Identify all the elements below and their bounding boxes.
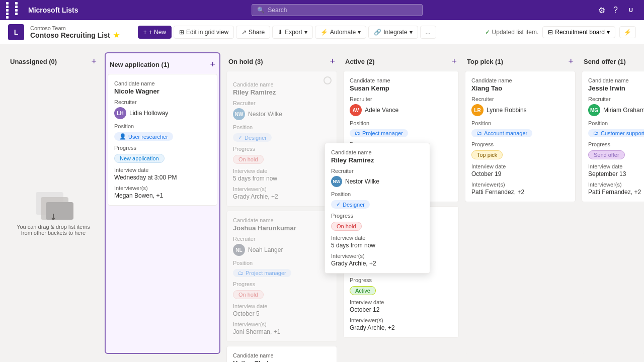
search-icon: 🔍 bbox=[257, 7, 265, 14]
app-logo: L bbox=[8, 24, 24, 40]
add-new-app-button[interactable]: + bbox=[210, 59, 215, 70]
star-icon[interactable]: ★ bbox=[113, 31, 120, 39]
recruiter-row: NL Noah Langer bbox=[233, 244, 331, 256]
top-nav: Microsoft Lists 🔍 Search ⚙ ? U bbox=[0, 0, 644, 20]
integrate-button[interactable]: 🔗 Integrate ▾ bbox=[368, 26, 418, 39]
col-header-top-pick: Top pick (1) + bbox=[465, 52, 576, 71]
recruiter-avatar: AV bbox=[350, 104, 362, 116]
toolbar-right: ✓ Updated list item. ⊟ Recruitment board… bbox=[485, 26, 636, 38]
recruiter-avatar: NL bbox=[233, 244, 245, 256]
recruiter-row: AV Adele Vance bbox=[350, 104, 452, 116]
progress-badge: On hold bbox=[233, 155, 264, 164]
progress-badge: Top pick bbox=[471, 150, 503, 159]
position-badge: 👤 User researcher bbox=[114, 132, 173, 141]
col-header-active: Active (2) + bbox=[343, 52, 459, 71]
add-active-button[interactable]: + bbox=[451, 56, 457, 67]
card-riley-ramirez[interactable]: Candidate name Riley Ramirez Recruiter N… bbox=[226, 71, 337, 207]
more-button[interactable]: ... bbox=[420, 26, 436, 39]
settings-icon[interactable]: ⚙ bbox=[596, 4, 607, 17]
popup-card-riley[interactable]: Candidate name Riley Ramirez Recruiter N… bbox=[325, 143, 430, 274]
add-top-pick-button[interactable]: + bbox=[568, 56, 574, 67]
progress-badge: New application bbox=[114, 154, 165, 163]
position-badge: 🗂 Customer support bbox=[588, 129, 644, 137]
position-icon2: 🗂 bbox=[238, 270, 244, 276]
popup-recruiter-row: NW Nestor Wilke bbox=[331, 176, 424, 187]
automate-chevron: ▾ bbox=[358, 29, 361, 36]
integrate-icon: 🔗 bbox=[374, 29, 381, 36]
edit-grid-button[interactable]: ⊞ Edit in grid view bbox=[174, 26, 234, 39]
board-icon: ⊟ bbox=[548, 29, 553, 36]
column-new-application: New application (1) + Candidate name Nic… bbox=[105, 52, 220, 354]
nav-icons: ⚙ ? U bbox=[596, 3, 638, 17]
card-nicole-wagner[interactable]: Candidate name Nicole Wagner Recruiter L… bbox=[108, 74, 217, 206]
recruiter-row: MG Miriam Graham bbox=[588, 104, 644, 116]
position-badge: ✓ Designer bbox=[233, 133, 272, 142]
drop-illustration bbox=[33, 190, 73, 220]
position-badge: 🗂 Project manager bbox=[233, 269, 291, 277]
card-jessie-irwin[interactable]: Candidate name Jessie Irwin Recruiter MG… bbox=[582, 71, 644, 202]
column-on-hold: On hold (3) + Candidate name Riley Ramir… bbox=[226, 52, 337, 354]
drop-area[interactable]: You can drag & drop list items from othe… bbox=[8, 71, 99, 354]
popup-progress-badge: On hold bbox=[331, 222, 362, 231]
position-badge: 🗂 Account manager bbox=[471, 129, 532, 137]
app-launcher-icon[interactable] bbox=[6, 2, 23, 19]
automate-button[interactable]: ⚡ Automate ▾ bbox=[315, 26, 366, 39]
add-unassigned-button[interactable]: + bbox=[91, 56, 97, 67]
column-top-pick: Top pick (1) + Candidate name Xiang Tao … bbox=[465, 52, 576, 354]
grid-icon: ⊞ bbox=[179, 29, 184, 36]
column-unassigned: Unassigned (0) + You can drag & drop lis… bbox=[8, 52, 99, 354]
recruiter-avatar: NW bbox=[233, 108, 245, 120]
integrate-chevron: ▾ bbox=[410, 29, 413, 36]
check-icon2: ✓ bbox=[238, 134, 243, 141]
col-header-unassigned: Unassigned (0) + bbox=[8, 52, 99, 71]
progress-badge: Send offer bbox=[588, 150, 625, 159]
column-send-offer: Send offer (1) + Candidate name Jessie I… bbox=[582, 52, 644, 354]
svg-rect-2 bbox=[46, 202, 73, 220]
search-bar[interactable]: 🔍 Search bbox=[252, 4, 423, 16]
team-name: Contoso Team bbox=[30, 25, 120, 31]
user-avatar[interactable]: U bbox=[624, 3, 638, 17]
recruiter-avatar: LR bbox=[471, 104, 484, 116]
position-icon: 👤 bbox=[119, 133, 126, 140]
position-badge: 🗂 Project manager bbox=[350, 129, 408, 137]
share-button[interactable]: ↗ Share bbox=[236, 26, 270, 39]
card-joshua[interactable]: Candidate name Joshua Harunkumar Recruit… bbox=[226, 211, 337, 342]
card-xiang-tao[interactable]: Candidate name Xiang Tao Recruiter LR Ly… bbox=[465, 71, 576, 202]
filter-button[interactable]: ⚡ bbox=[619, 26, 636, 38]
share-icon: ↗ bbox=[242, 29, 247, 36]
toolbar: + + New ⊞ Edit in grid view ↗ Share ⬇ Ex… bbox=[138, 26, 436, 39]
card-hailey-clark[interactable]: Candidate name Hailey Clark Recruiter bbox=[226, 346, 337, 362]
popup-avatar: NW bbox=[331, 176, 342, 187]
automate-icon: ⚡ bbox=[320, 29, 328, 36]
check-icon: ✓ bbox=[485, 29, 490, 36]
search-placeholder: Search bbox=[268, 7, 287, 14]
recruiter-row: NW Nestor Wilke bbox=[233, 108, 331, 120]
recruiter-avatar: LH bbox=[114, 107, 126, 119]
app-name: Microsoft Lists bbox=[28, 6, 78, 14]
new-icon: + bbox=[143, 29, 147, 36]
board-chevron: ▾ bbox=[607, 29, 610, 36]
board-view-button[interactable]: ⊟ Recruitment board ▾ bbox=[542, 26, 615, 38]
updated-badge: ✓ Updated list item. bbox=[485, 29, 539, 36]
export-chevron: ▾ bbox=[304, 29, 307, 36]
recruiter-row: LH Lidia Holloway bbox=[114, 107, 211, 119]
export-icon: ⬇ bbox=[278, 29, 283, 36]
popup-position-badge: ✓ Designer bbox=[331, 200, 370, 209]
col-header-send-offer: Send offer (1) + bbox=[582, 52, 644, 71]
export-button[interactable]: ⬇ Export ▾ bbox=[272, 26, 313, 39]
list-title: Contoso Recruiting List ★ bbox=[30, 31, 120, 39]
recruiter-avatar: MG bbox=[588, 104, 600, 116]
col-header-on-hold: On hold (3) + bbox=[226, 52, 337, 71]
help-icon[interactable]: ? bbox=[611, 4, 620, 17]
drop-text: You can drag & drop list items from othe… bbox=[13, 224, 94, 236]
select-checkbox[interactable] bbox=[324, 76, 332, 84]
title-group: Contoso Team Contoso Recruiting List ★ bbox=[30, 25, 120, 39]
new-button[interactable]: + + New bbox=[138, 26, 172, 39]
recruiter-row: LR Lynne Robbins bbox=[471, 104, 569, 116]
add-on-hold-button[interactable]: + bbox=[330, 56, 335, 67]
progress-badge: On hold bbox=[233, 290, 264, 299]
board-area: Unassigned (0) + You can drag & drop lis… bbox=[0, 44, 644, 362]
col-header-new-app: New application (1) + bbox=[108, 55, 217, 74]
progress-badge: Active bbox=[350, 286, 376, 295]
app-header: L Contoso Team Contoso Recruiting List ★… bbox=[0, 20, 644, 44]
